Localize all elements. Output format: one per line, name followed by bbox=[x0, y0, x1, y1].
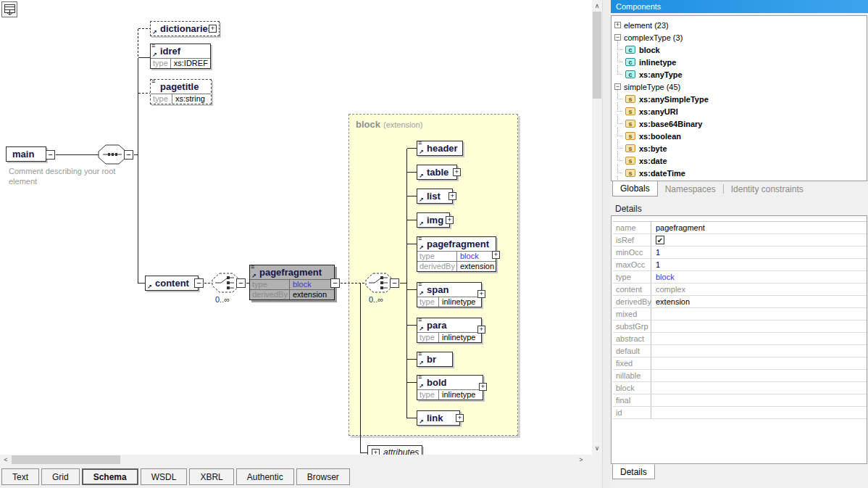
collapse-pagefragment-button[interactable]: − bbox=[330, 278, 340, 288]
detail-row-type[interactable]: type block bbox=[613, 271, 867, 284]
detail-row-derivedby[interactable]: derivedBy extension bbox=[613, 296, 867, 308]
tree-expand-icon[interactable]: + bbox=[614, 22, 621, 28]
panel-splitter[interactable] bbox=[602, 0, 611, 488]
element-box-para[interactable]: ≡ ↗ para type inlinetype bbox=[417, 318, 482, 343]
tab-text[interactable]: Text bbox=[1, 468, 39, 485]
element-box-content[interactable]: ↗ content bbox=[145, 276, 199, 291]
detail-row-maxocc[interactable]: maxOcc 1 bbox=[613, 259, 867, 271]
tree-item-element-group[interactable]: + element (23) bbox=[612, 19, 867, 31]
detail-row-minocc[interactable]: minOcc 1 bbox=[613, 247, 867, 259]
components-tree[interactable]: + element (23) − complexType (3) c block… bbox=[611, 15, 867, 181]
tab-identity-constraints[interactable]: Identity constraints bbox=[724, 181, 811, 197]
tree-item-block[interactable]: c block bbox=[612, 44, 867, 56]
expand-list-button[interactable]: + bbox=[448, 192, 456, 200]
tree-item-xs-anysimpletype[interactable]: s xs:anySimpleType bbox=[612, 93, 867, 105]
collapse-choice-button[interactable]: − bbox=[390, 278, 399, 288]
detail-row-block[interactable]: block bbox=[613, 382, 867, 394]
element-box-list[interactable]: ↗ list bbox=[417, 189, 453, 204]
detail-row-id[interactable]: id bbox=[613, 407, 867, 419]
tab-authentic[interactable]: Authentic bbox=[236, 468, 294, 485]
element-box-dictionaries[interactable]: ↗ dictionaries + bbox=[150, 21, 220, 36]
collapse-sequence-button[interactable]: − bbox=[124, 150, 133, 160]
collapse-choice-button[interactable]: − bbox=[236, 278, 246, 288]
tree-collapse-icon[interactable]: − bbox=[614, 34, 621, 41]
isref-checkbox[interactable]: ✔ bbox=[656, 236, 664, 244]
simpletype-badge-icon: s bbox=[625, 144, 635, 152]
attributes-box[interactable]: + attributes bbox=[367, 445, 422, 455]
reference-arrow-icon: ↗ bbox=[419, 244, 424, 251]
annotation-lines-icon: ≡ bbox=[418, 235, 422, 242]
detail-row-fixed[interactable]: fixed bbox=[613, 357, 867, 370]
expand-attributes-button[interactable]: + bbox=[372, 449, 380, 455]
type-value-link[interactable]: block bbox=[290, 280, 314, 289]
element-box-bold[interactable]: ≡ ↗ bold type inlinetype bbox=[417, 375, 483, 400]
element-box-pagefragment-selected[interactable]: ≡ ↗ pagefragment type block derivedBy ex… bbox=[249, 265, 335, 300]
detail-row-name[interactable]: name pagefragment bbox=[613, 222, 867, 234]
detail-row-isref[interactable]: isRef ✔ bbox=[613, 234, 867, 247]
tree-item-xs-datetime[interactable]: s xs:dateTime bbox=[612, 167, 867, 179]
element-box-pagefragment-child[interactable]: ≡ ↗ pagefragment type block derivedBy ex… bbox=[417, 236, 496, 272]
tree-collapse-icon[interactable]: − bbox=[614, 83, 621, 90]
element-box-idref[interactable]: ≡ ↗ idref type xs:IDREF bbox=[150, 44, 211, 69]
element-box-span[interactable]: ≡ ↗ span type inlinetype bbox=[417, 282, 482, 307]
tree-item-xs-anytype[interactable]: c xs:anyType bbox=[612, 68, 867, 80]
vertical-scrollbar[interactable]: ∧ ∨ bbox=[592, 0, 602, 455]
horizontal-scrollbar[interactable]: < > bbox=[0, 455, 588, 465]
derivedby-label: derivedBy bbox=[417, 262, 457, 271]
collapse-content-button[interactable]: − bbox=[194, 278, 204, 288]
schema-display-config-button[interactable] bbox=[1, 1, 17, 17]
tab-details[interactable]: Details bbox=[612, 464, 655, 479]
tree-item-label: simpleType (45) bbox=[624, 83, 680, 91]
scroll-down-icon[interactable]: ∨ bbox=[592, 443, 602, 453]
type-label: type bbox=[151, 94, 172, 104]
detail-row-nillable[interactable]: nillable bbox=[613, 370, 867, 382]
detail-row-abstract[interactable]: abstract bbox=[613, 333, 867, 345]
element-box-link[interactable]: ↗ link bbox=[417, 410, 460, 426]
tree-item-xs-base64binary[interactable]: s xs:base64Binary bbox=[612, 117, 867, 130]
tree-item-xs-anyuri[interactable]: s xs:anyURI bbox=[612, 105, 867, 117]
expand-link-button[interactable]: + bbox=[456, 414, 464, 422]
element-box-br[interactable]: ≡ ↗ br bbox=[417, 352, 453, 367]
element-name-main: main bbox=[7, 147, 46, 161]
expand-bold-button[interactable]: + bbox=[479, 383, 487, 391]
components-panel-title: Components bbox=[616, 2, 661, 11]
detail-row-default[interactable]: default bbox=[613, 345, 867, 357]
tab-globals[interactable]: Globals bbox=[612, 181, 658, 197]
schema-design-canvas[interactable]: block(extension) bbox=[0, 0, 592, 455]
scroll-up-icon[interactable]: ∧ bbox=[592, 1, 602, 11]
tab-browser[interactable]: Browser bbox=[296, 468, 350, 485]
element-box-table[interactable]: ↗ table bbox=[417, 165, 457, 180]
expand-pagefragment-button[interactable]: + bbox=[492, 251, 500, 259]
expand-dictionaries-button[interactable]: + bbox=[209, 25, 217, 33]
detail-row-substgrp[interactable]: substGrp bbox=[613, 320, 867, 333]
expand-para-button[interactable]: + bbox=[477, 326, 485, 334]
scroll-right-icon[interactable]: > bbox=[576, 455, 586, 465]
element-box-main[interactable]: main bbox=[6, 146, 46, 162]
tree-item-complextype-group[interactable]: − complexType (3) bbox=[612, 31, 867, 44]
tab-schema[interactable]: Schema bbox=[82, 468, 138, 485]
detail-row-mixed[interactable]: mixed bbox=[613, 308, 867, 320]
tree-item-simpletype-group[interactable]: − simpleType (45) bbox=[612, 80, 867, 93]
components-panel-titlebar[interactable]: Components bbox=[611, 0, 868, 13]
vertical-scrollbar-thumb[interactable] bbox=[593, 12, 601, 99]
detail-row-content[interactable]: content complex bbox=[613, 284, 867, 296]
horizontal-scrollbar-thumb[interactable] bbox=[12, 455, 120, 464]
tab-grid[interactable]: Grid bbox=[41, 468, 80, 485]
element-box-header[interactable]: ≡ ↗ header bbox=[417, 141, 463, 156]
details-grid[interactable]: name pagefragment isRef ✔ minOcc 1 maxOc… bbox=[611, 215, 867, 464]
scroll-left-icon[interactable]: < bbox=[1, 455, 11, 465]
expand-img-button[interactable]: + bbox=[446, 216, 454, 224]
element-box-pagetitle[interactable]: ≡ pagetitle type xs:string bbox=[150, 79, 212, 104]
tree-item-inlinetype[interactable]: c inlinetype bbox=[612, 56, 867, 68]
expand-table-button[interactable]: + bbox=[453, 168, 461, 176]
tree-item-xs-byte[interactable]: s xs:byte bbox=[612, 142, 867, 154]
tab-wsdl[interactable]: WSDL bbox=[141, 468, 188, 485]
expand-span-button[interactable]: + bbox=[477, 290, 485, 298]
type-value-link[interactable]: block bbox=[457, 252, 482, 261]
detail-row-final[interactable]: final bbox=[613, 394, 867, 407]
collapse-main-button[interactable]: − bbox=[46, 150, 55, 160]
tree-item-xs-boolean[interactable]: s xs:boolean bbox=[612, 130, 867, 142]
tab-xbrl[interactable]: XBRL bbox=[189, 468, 233, 485]
tree-item-xs-date[interactable]: s xs:date bbox=[612, 154, 867, 167]
tab-namespaces[interactable]: Namespaces bbox=[658, 181, 723, 197]
